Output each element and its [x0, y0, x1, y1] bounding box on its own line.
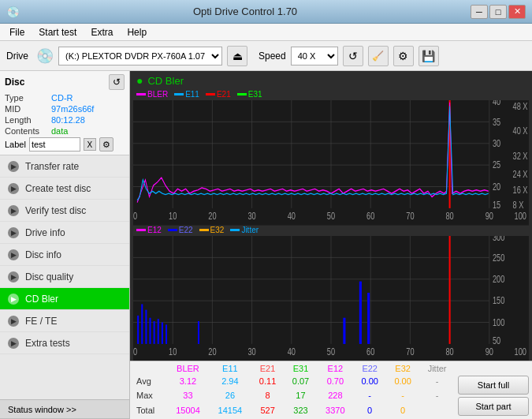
nav-disc-info[interactable]: ▶ Disc info — [0, 244, 129, 266]
row-avg-e32: 0.00 — [386, 374, 419, 388]
nav-transfer-rate[interactable]: ▶ Transfer rate — [0, 155, 129, 178]
legend-e21: E21 — [206, 90, 231, 99]
row-total-e21: 527 — [251, 403, 285, 417]
row-avg-e12: 0.70 — [317, 374, 353, 388]
svg-text:20: 20 — [208, 346, 216, 357]
svg-text:300: 300 — [493, 236, 504, 242]
svg-text:10: 10 — [169, 211, 177, 222]
row-max-label: Max — [130, 388, 167, 402]
clear-button[interactable]: 🧹 — [368, 46, 389, 66]
svg-rect-68 — [343, 317, 345, 343]
eject-button[interactable]: ⏏ — [227, 46, 247, 66]
svg-text:0: 0 — [133, 346, 137, 357]
sidebar: Disc ↺ Type CD-R MID 97m26s66f Length 80… — [0, 71, 130, 419]
label-clear-button[interactable]: X — [84, 138, 96, 151]
nav-extra-tests[interactable]: ▶ Extra tests — [0, 332, 129, 354]
menu-help[interactable]: Help — [121, 25, 153, 39]
svg-text:90: 90 — [485, 346, 493, 357]
legend-e12: E12 — [136, 226, 162, 234]
length-value: 80:12.28 — [51, 115, 85, 125]
window-controls: ─ □ ✕ — [471, 5, 526, 19]
disc-refresh-button[interactable]: ↺ — [109, 74, 125, 90]
row-avg-e21: 0.11 — [251, 374, 285, 388]
label-settings-button[interactable]: ⚙ — [99, 137, 113, 152]
nav-create-test-disc[interactable]: ▶ Create test disc — [0, 178, 129, 200]
svg-text:20: 20 — [493, 181, 500, 192]
speed-select[interactable]: 40 X — [291, 47, 338, 65]
chart2-legend: E12 E22 E32 Jitter — [130, 226, 532, 236]
mid-value: 97m26s66f — [51, 104, 94, 114]
svg-text:100: 100 — [493, 316, 504, 327]
svg-text:60: 60 — [366, 346, 374, 357]
row-total-e22: 0 — [353, 403, 386, 417]
nav-icon-extra-tests: ▶ — [8, 338, 19, 349]
svg-text:8 X: 8 X — [513, 199, 524, 210]
stats-area: BLER E11 E21 E31 E12 E22 E32 Jitter Avg — [130, 361, 532, 419]
type-value: CD-R — [51, 93, 73, 103]
app-title: Opti Drive Control 1.70 — [20, 6, 471, 17]
chart1-legend: BLER E11 E21 E31 — [130, 90, 532, 100]
close-button[interactable]: ✕ — [508, 5, 526, 19]
legend-bler: BLER — [136, 90, 168, 99]
svg-rect-62 — [149, 317, 151, 343]
status-window-button[interactable]: Status window >> — [0, 400, 129, 419]
row-total-e32: 0 — [386, 403, 419, 417]
svg-text:70: 70 — [406, 211, 414, 222]
svg-rect-65 — [162, 322, 163, 343]
svg-text:40: 40 — [493, 100, 500, 107]
row-total-e11: 14154 — [209, 403, 251, 417]
label-input[interactable] — [29, 137, 80, 152]
table-row: Avg 3.12 2.94 0.11 0.07 0.70 0.00 0.00 -… — [130, 374, 532, 388]
nav-disc-quality[interactable]: ▶ Disc quality — [0, 266, 129, 288]
title-bar: 💿 Opti Drive Control 1.70 ─ □ ✕ — [0, 0, 532, 24]
row-avg-jitter: - — [419, 374, 455, 388]
nav-cd-bler[interactable]: ▶ CD Bler — [0, 288, 129, 310]
save-button[interactable]: 💾 — [419, 46, 439, 66]
contents-label: Contents — [5, 126, 48, 136]
svg-text:60: 60 — [366, 211, 374, 222]
svg-text:10: 10 — [169, 346, 177, 357]
start-full-button[interactable]: Start full — [458, 376, 529, 395]
menu-file[interactable]: File — [3, 25, 31, 39]
svg-text:80: 80 — [445, 346, 453, 357]
nav-fe-te[interactable]: ▶ FE / TE — [0, 310, 129, 332]
contents-value: data — [51, 126, 68, 136]
drive-icon: 💿 — [36, 47, 54, 65]
nav-drive-info[interactable]: ▶ Drive info — [0, 222, 129, 244]
refresh-button[interactable]: ↺ — [343, 46, 363, 66]
svg-text:35: 35 — [493, 116, 500, 127]
menu-extra[interactable]: Extra — [84, 25, 119, 39]
svg-text:15: 15 — [493, 199, 500, 210]
header-e12: E12 — [328, 364, 344, 373]
svg-text:40: 40 — [288, 211, 296, 222]
settings-button[interactable]: ⚙ — [393, 46, 414, 66]
svg-text:32 X: 32 X — [513, 150, 528, 161]
nav-items: ▶ Transfer rate ▶ Create test disc ▶ Ver… — [0, 155, 129, 399]
row-max-e22: - — [353, 388, 386, 402]
row-total-jitter — [419, 403, 455, 417]
svg-text:24 X: 24 X — [513, 168, 528, 179]
svg-text:250: 250 — [493, 252, 504, 263]
start-part-button[interactable]: Start part — [458, 397, 529, 416]
stats-table: BLER E11 E21 E31 E12 E22 E32 Jitter Avg — [130, 363, 532, 417]
svg-text:50: 50 — [327, 346, 335, 357]
app-icon: 💿 — [6, 6, 20, 18]
svg-text:30: 30 — [493, 138, 500, 149]
drive-select[interactable]: (K:) PLEXTOR DVDR PX-760A 1.07 — [58, 47, 222, 65]
svg-text:150: 150 — [493, 294, 504, 305]
chart-title-label: CD Bler — [147, 75, 184, 87]
minimize-button[interactable]: ─ — [471, 5, 488, 19]
svg-rect-67 — [198, 321, 199, 344]
legend-jitter: Jitter — [230, 226, 259, 234]
menu-start-test[interactable]: Start test — [32, 25, 83, 39]
maximize-button[interactable]: □ — [489, 5, 507, 19]
main-area: Disc ↺ Type CD-R MID 97m26s66f Length 80… — [0, 71, 532, 419]
header-bler: BLER — [177, 364, 199, 373]
charts-container: 40 35 30 25 20 15 48 X 40 X 32 X 24 X 16… — [130, 100, 532, 361]
row-avg-e11: 2.94 — [209, 374, 251, 388]
row-avg-e22: 0.00 — [353, 374, 386, 388]
svg-text:48 X: 48 X — [513, 100, 528, 111]
header-e11: E11 — [222, 364, 238, 373]
svg-rect-64 — [158, 319, 159, 344]
nav-verify-test-disc[interactable]: ▶ Verify test disc — [0, 200, 129, 222]
